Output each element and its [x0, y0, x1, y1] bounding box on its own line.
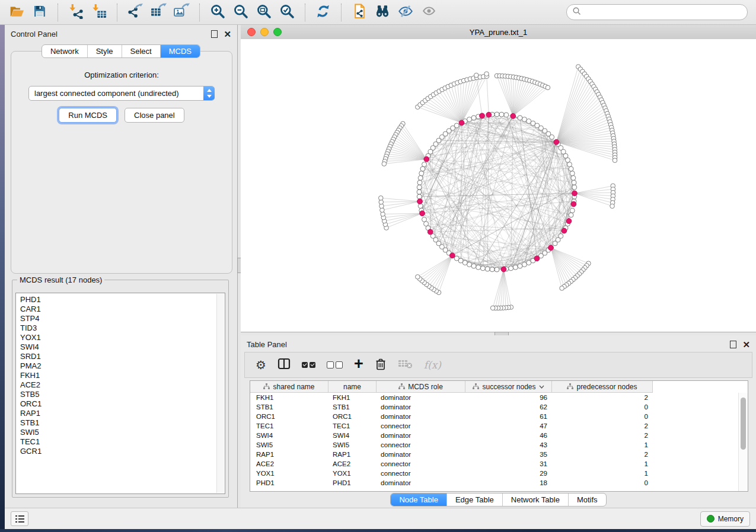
table-row[interactable]: STB1STB1dominator620	[250, 402, 748, 412]
mcds-result-item[interactable]: FKH1	[20, 371, 225, 380]
select-all-button[interactable]	[302, 362, 315, 368]
network-node[interactable]	[527, 119, 531, 124]
mcds-result-item[interactable]: STP4	[20, 314, 225, 323]
network-node[interactable]	[418, 175, 423, 180]
table-row[interactable]: TEC1TEC1connector472	[250, 421, 748, 431]
first-neighbors-button[interactable]	[372, 2, 393, 23]
export-image-button[interactable]	[171, 2, 192, 23]
network-node[interactable]	[567, 162, 572, 167]
table-row[interactable]: ORC1ORC1dominator610	[250, 412, 748, 421]
tab-node-table[interactable]: Node Table	[391, 493, 446, 506]
network-node[interactable]	[495, 112, 499, 117]
mcds-node[interactable]	[554, 139, 559, 145]
column-header-MCDS-role[interactable]: MCDS role	[377, 381, 465, 393]
network-node[interactable]	[417, 185, 422, 190]
tab-style[interactable]: Style	[87, 45, 122, 57]
network-node[interactable]	[522, 262, 527, 267]
show-columns-button[interactable]	[277, 357, 291, 373]
network-node[interactable]	[382, 162, 387, 166]
mcds-list-scrollbar[interactable]	[216, 294, 224, 493]
network-node[interactable]	[417, 190, 422, 194]
mcds-node[interactable]	[424, 156, 429, 162]
hide-selected-button[interactable]	[395, 2, 416, 23]
network-node[interactable]	[485, 267, 490, 271]
network-node[interactable]	[476, 265, 481, 270]
tab-network-table[interactable]: Network Table	[502, 493, 568, 506]
mcds-result-item[interactable]: STB5	[20, 390, 225, 399]
float-panel-icon[interactable]	[730, 341, 736, 348]
show-hidden-button[interactable]	[418, 2, 439, 23]
optimization-criterion-dropdown[interactable]: largest connected component (undirected)	[28, 86, 215, 101]
table-row[interactable]: SWI5SWI5connector431	[250, 440, 748, 450]
tab-network[interactable]: Network	[42, 45, 87, 57]
mcds-result-item[interactable]: RAP1	[20, 409, 225, 418]
network-node[interactable]	[378, 196, 383, 200]
mcds-result-item[interactable]: SRD1	[20, 352, 225, 361]
network-node[interactable]	[572, 185, 577, 190]
mcds-node[interactable]	[417, 199, 423, 204]
tab-mcds[interactable]: MCDS	[160, 45, 200, 57]
delete-column-button[interactable]	[375, 357, 387, 373]
network-node[interactable]	[422, 162, 427, 167]
network-node[interactable]	[571, 175, 576, 180]
mcds-node[interactable]	[511, 113, 516, 118]
network-node[interactable]	[495, 267, 499, 272]
network-node[interactable]	[416, 275, 420, 280]
mcds-node[interactable]	[548, 245, 554, 251]
network-node[interactable]	[417, 194, 422, 199]
zoom-in-button[interactable]	[207, 2, 228, 23]
network-node[interactable]	[420, 166, 425, 171]
table-scrollbar[interactable]	[738, 393, 748, 491]
column-header-shared-name[interactable]: shared name	[250, 381, 328, 393]
mcds-node[interactable]	[459, 120, 464, 126]
mcds-node[interactable]	[480, 113, 485, 118]
network-node[interactable]	[570, 171, 575, 176]
table-row[interactable]: YOX1YOX1connector291	[250, 469, 748, 478]
network-node[interactable]	[499, 112, 504, 117]
close-panel-icon[interactable]: ✕	[224, 31, 231, 37]
network-node[interactable]	[490, 267, 495, 272]
network-node[interactable]	[474, 73, 479, 78]
network-node[interactable]	[418, 204, 423, 209]
mcds-result-item[interactable]: ORC1	[20, 399, 225, 409]
network-node[interactable]	[417, 180, 422, 185]
network-node[interactable]	[560, 286, 564, 291]
mcds-result-item[interactable]: PMA2	[20, 361, 225, 371]
tab-select[interactable]: Select	[122, 45, 160, 57]
zoom-fit-button[interactable]	[253, 2, 275, 23]
network-node[interactable]	[559, 233, 563, 238]
network-node[interactable]	[610, 204, 615, 209]
network-node[interactable]	[522, 117, 527, 122]
column-header-successor-nodes[interactable]: successor nodes	[465, 381, 552, 393]
network-node[interactable]	[572, 180, 576, 185]
network-node[interactable]	[490, 306, 495, 310]
network-node[interactable]	[419, 171, 424, 176]
add-column-button[interactable]: +	[354, 360, 363, 370]
mcds-result-item[interactable]: CAR1	[20, 305, 225, 314]
network-node[interactable]	[513, 265, 518, 270]
import-table-button[interactable]	[88, 2, 110, 23]
table-settings-button[interactable]: ⚙	[256, 359, 266, 371]
network-node[interactable]	[509, 266, 513, 271]
mcds-node[interactable]	[420, 211, 425, 216]
network-canvas[interactable]	[241, 39, 756, 332]
network-node[interactable]	[569, 213, 573, 217]
network-node[interactable]	[480, 266, 485, 271]
float-panel-icon[interactable]	[211, 30, 218, 38]
network-node[interactable]	[467, 262, 472, 267]
deselect-all-button[interactable]	[327, 361, 343, 368]
mcds-node[interactable]	[571, 201, 576, 207]
mcds-node[interactable]	[572, 191, 578, 196]
table-scrollbar-thumb[interactable]	[741, 398, 746, 450]
mcds-result-item[interactable]: YOX1	[20, 333, 225, 342]
network-node[interactable]	[471, 116, 476, 120]
column-header-predecessor-nodes[interactable]: predecessor nodes	[552, 381, 653, 393]
search-box[interactable]	[566, 4, 748, 20]
column-header-name[interactable]: name	[328, 381, 377, 393]
mcds-node[interactable]	[449, 253, 455, 258]
save-session-button[interactable]	[29, 2, 50, 23]
export-network-button[interactable]	[125, 2, 146, 23]
table-row[interactable]: PHD1PHD1dominator180	[250, 478, 748, 488]
network-node[interactable]	[504, 113, 509, 117]
network-node[interactable]	[570, 208, 575, 213]
